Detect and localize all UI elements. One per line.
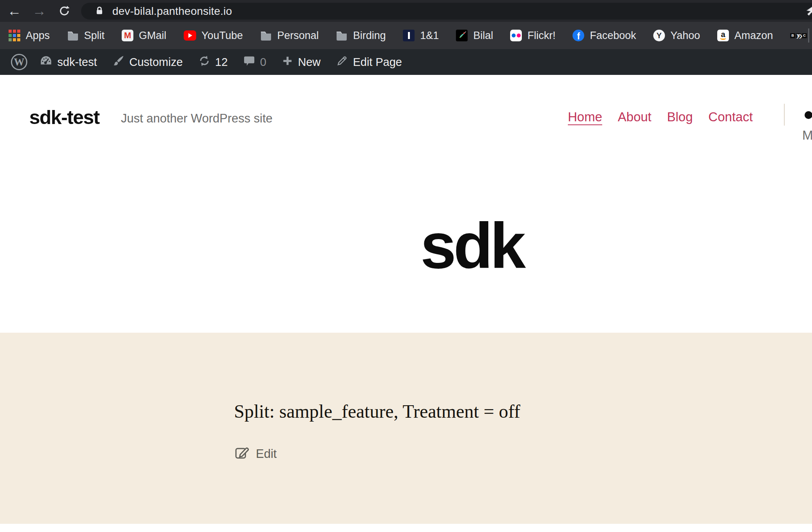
address-bar[interactable]: dev-bilal.pantheonsite.io bbox=[81, 3, 812, 20]
bookmark-label: Amazon bbox=[734, 30, 773, 42]
gmail-icon: M bbox=[122, 30, 133, 41]
yahoo-icon: Y bbox=[653, 30, 665, 41]
bookmark-oneandone[interactable]: 1&1 bbox=[403, 30, 439, 42]
bookmark-yahoo[interactable]: Y Yahoo bbox=[653, 30, 700, 42]
bookmark-folder-birding[interactable]: Birding bbox=[336, 30, 386, 42]
nav-link-blog[interactable]: Blog bbox=[667, 110, 693, 123]
wp-logo-menu[interactable]: W bbox=[6, 49, 32, 75]
edit-link[interactable]: Edit bbox=[234, 445, 277, 463]
youtube-icon bbox=[184, 30, 196, 41]
wp-edit-page-label: Edit Page bbox=[353, 56, 402, 69]
folder-icon bbox=[67, 30, 79, 41]
wp-comments[interactable]: 0 bbox=[236, 49, 274, 75]
bookmark-label: Yahoo bbox=[670, 30, 700, 42]
header-cutoff-text[interactable]: M bbox=[802, 129, 812, 142]
plus-icon bbox=[282, 55, 293, 69]
bookmark-amazon[interactable]: a Amazon bbox=[717, 30, 773, 42]
wp-customize-label: Customize bbox=[129, 56, 183, 69]
nav-link-about[interactable]: About bbox=[618, 110, 651, 123]
wp-customize[interactable]: Customize bbox=[105, 49, 191, 75]
bookmark-label: Apps bbox=[26, 30, 50, 42]
oneandone-icon bbox=[403, 30, 415, 41]
bookmarks-overflow-chevron-icon[interactable]: » bbox=[796, 22, 803, 49]
bookmark-youtube[interactable]: YouTube bbox=[184, 30, 243, 42]
bookmark-facebook[interactable]: f Facebook bbox=[573, 30, 636, 42]
hummingbird-icon bbox=[456, 30, 468, 41]
apps-grid-icon bbox=[9, 30, 20, 41]
bookmark-flickr[interactable]: Flickr! bbox=[510, 30, 555, 42]
cursor-pointer bbox=[806, 5, 812, 19]
bookmarks-bar: Apps Split M GMail YouTube Personal bbox=[0, 22, 812, 49]
forward-icon[interactable]: → bbox=[30, 0, 48, 22]
pencil-icon bbox=[336, 55, 348, 69]
flickr-icon bbox=[510, 30, 522, 41]
site-title[interactable]: sdk-test bbox=[29, 108, 99, 127]
comment-bubble-icon bbox=[243, 55, 255, 69]
wp-new-label: New bbox=[298, 56, 321, 69]
bookmarks-bar-divider bbox=[808, 28, 809, 43]
bookmark-label: Personal bbox=[277, 30, 319, 42]
folder-icon bbox=[260, 30, 272, 41]
split-feature-section bbox=[0, 333, 812, 524]
bookmark-gmail[interactable]: M GMail bbox=[122, 30, 167, 42]
paintbrush-icon bbox=[113, 55, 124, 69]
bookmark-label: Birding bbox=[353, 30, 386, 42]
split-status-text: Split: sample_feature, Treatment = off bbox=[234, 400, 520, 423]
bookmark-folder-split[interactable]: Split bbox=[67, 30, 105, 42]
screenshot-frame: ← → dev-bilal.pantheonsite.io bbox=[0, 0, 812, 532]
bookmark-label: Bilal bbox=[473, 30, 493, 42]
browser-toolbar: ← → dev-bilal.pantheonsite.io bbox=[0, 0, 812, 22]
wordpress-logo-icon: W bbox=[11, 54, 27, 70]
wp-site-name[interactable]: sdk-test bbox=[32, 49, 105, 75]
header-divider bbox=[784, 104, 785, 126]
folder-icon bbox=[336, 30, 347, 41]
site-tagline: Just another WordPress site bbox=[121, 112, 273, 124]
back-icon[interactable]: ← bbox=[5, 0, 23, 22]
primary-nav: Home About Blog Contact bbox=[568, 110, 753, 123]
bookmark-apps[interactable]: Apps bbox=[9, 30, 50, 42]
bookmark-label: 1&1 bbox=[420, 30, 439, 42]
wp-site-name-label: sdk-test bbox=[57, 56, 97, 69]
reload-icon[interactable] bbox=[55, 0, 73, 22]
nav-link-home[interactable]: Home bbox=[568, 110, 602, 123]
edit-square-pencil-icon bbox=[234, 445, 250, 463]
header-cutoff-dot[interactable] bbox=[805, 111, 812, 119]
nav-link-contact[interactable]: Contact bbox=[708, 110, 753, 123]
wp-edit-page[interactable]: Edit Page bbox=[328, 49, 410, 75]
bookmark-label: Flickr! bbox=[527, 30, 555, 42]
wp-comments-count: 0 bbox=[260, 56, 266, 69]
bookmark-folder-personal[interactable]: Personal bbox=[260, 30, 319, 42]
wp-new[interactable]: New bbox=[274, 49, 328, 75]
edit-link-label: Edit bbox=[256, 447, 277, 461]
amazon-icon: a bbox=[717, 30, 729, 41]
wp-admin-bar: W sdk-test bbox=[0, 49, 812, 75]
url-text: dev-bilal.pantheonsite.io bbox=[112, 5, 232, 18]
update-arrows-icon bbox=[199, 55, 210, 69]
wp-updates[interactable]: 12 bbox=[191, 49, 236, 75]
dashboard-gauge-icon bbox=[40, 55, 52, 70]
wp-updates-count: 12 bbox=[215, 56, 228, 69]
bookmark-label: GMail bbox=[139, 30, 167, 42]
bookmark-label: Facebook bbox=[590, 30, 636, 42]
facebook-icon: f bbox=[573, 30, 584, 41]
bookmark-bilal[interactable]: Bilal bbox=[456, 30, 493, 42]
bookmark-label: Split bbox=[84, 30, 105, 42]
site-logo-text[interactable]: sdk bbox=[420, 214, 523, 278]
lock-icon[interactable] bbox=[94, 5, 105, 17]
bookmark-label: YouTube bbox=[202, 30, 243, 42]
